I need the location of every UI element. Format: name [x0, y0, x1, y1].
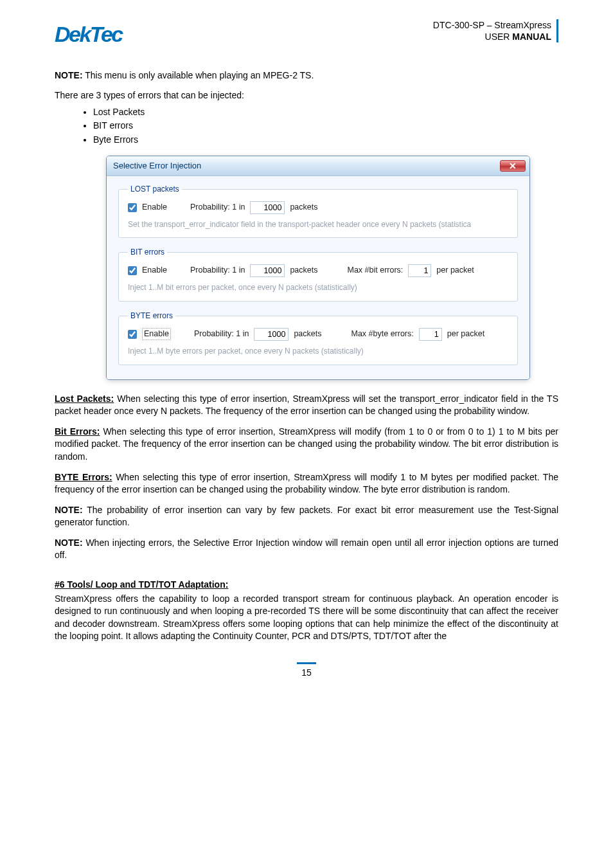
bit-prob-label: Probability: 1 in: [190, 265, 245, 276]
footer-bar: [297, 662, 316, 664]
bit-per: per packet: [436, 265, 474, 276]
selective-error-injection-dialog: Selective Error Injection ✕ LOST packets…: [106, 156, 530, 380]
bit-enable-label: Enable: [142, 265, 167, 276]
byte-desc: Inject 1..M byte errors per packet, once…: [128, 346, 508, 357]
bit-errors-head: Bit Errors:: [55, 426, 100, 437]
header-right: DTC-300-SP – StreamXpress USER MANUAL: [433, 19, 558, 42]
byte-prob-label: Probability: 1 in: [194, 329, 249, 340]
dialog-titlebar: Selective Error Injection ✕: [107, 156, 529, 176]
lost-desc: Set the transport_error_indicator field …: [128, 219, 508, 230]
lost-legend: LOST packets: [128, 184, 182, 195]
lost-unit: packets: [290, 202, 317, 213]
note-2: NOTE: The probability of error insertion…: [55, 504, 558, 529]
note-3-text: When injecting errors, the Selective Err…: [55, 538, 558, 561]
type-item: BIT errors: [93, 120, 558, 132]
byte-prob-input[interactable]: [254, 328, 289, 341]
lost-enable-label: Enable: [142, 202, 167, 213]
bit-errors-group: BIT errors Enable Probability: 1 in pack…: [118, 247, 518, 302]
bit-max-label: Max #bit errors:: [348, 265, 404, 276]
byte-per: per packet: [447, 329, 484, 340]
type-item: Byte Errors: [93, 134, 558, 147]
tools-para: StreamXpress offers the capability to lo…: [55, 593, 558, 643]
logo: DekTec: [55, 19, 122, 50]
close-icon: ✕: [509, 161, 517, 170]
bit-errors-text: When selecting this type of error insert…: [55, 426, 558, 462]
page-header: DekTec DTC-300-SP – StreamXpress USER MA…: [55, 19, 558, 50]
page-number: 15: [301, 667, 312, 678]
dialog-title: Selective Error Injection: [113, 160, 201, 172]
lost-packets-head: Lost Packets:: [55, 393, 114, 404]
bit-prob-input[interactable]: [250, 264, 285, 277]
bit-legend: BIT errors: [128, 247, 167, 258]
dialog-screenshot: Selective Error Injection ✕ LOST packets…: [106, 156, 530, 380]
byte-enable-checkbox[interactable]: [128, 330, 137, 339]
byte-enable-label: Enable: [142, 328, 171, 341]
bit-errors-para: Bit Errors: When selecting this type of …: [55, 426, 558, 464]
close-button[interactable]: ✕: [500, 160, 526, 172]
lost-prob-input[interactable]: [250, 201, 285, 214]
lost-packets-para: Lost Packets: When selecting this type o…: [55, 393, 558, 418]
tools-heading: #6 Tools/ Loop and TDT/TOT Adaptation:: [55, 579, 558, 592]
bit-enable-checkbox[interactable]: [128, 266, 137, 275]
doc-line: USER MANUAL: [485, 32, 551, 42]
note-3-label: NOTE:: [55, 538, 83, 548]
note-3: NOTE: When injecting errors, the Selecti…: [55, 537, 558, 562]
bit-max-input[interactable]: [408, 264, 431, 277]
note-2-text: The probability of error insertion can v…: [55, 505, 558, 528]
byte-legend: BYTE errors: [128, 311, 175, 321]
byte-errors-para: BYTE Errors: When selecting this type of…: [55, 471, 558, 496]
byte-max-input[interactable]: [419, 328, 442, 341]
note-1-text: This menu is only available when playing…: [83, 70, 314, 80]
types-intro: There are 3 types of errors that can be …: [55, 89, 558, 102]
byte-errors-text: When selecting this type of error insert…: [55, 472, 558, 495]
lost-packets-text: When selecting this type of error insert…: [55, 393, 558, 417]
bit-unit: packets: [290, 265, 317, 276]
note-1-label: NOTE:: [55, 70, 83, 80]
byte-errors-head: BYTE Errors:: [55, 472, 112, 482]
note-1: NOTE: This menu is only available when p…: [55, 69, 558, 82]
dialog-body: LOST packets Enable Probability: 1 in pa…: [107, 176, 529, 379]
page-footer: 15: [55, 662, 558, 680]
lost-prob-label: Probability: 1 in: [190, 202, 245, 213]
lost-enable-checkbox[interactable]: [128, 203, 137, 212]
byte-max-label: Max #byte errors:: [351, 329, 414, 340]
byte-unit: packets: [294, 329, 321, 340]
bit-desc: Inject 1..M bit errors per packet, once …: [128, 282, 508, 293]
product-name: DTC-300-SP – StreamXpress: [433, 20, 551, 30]
byte-errors-group: BYTE errors Enable Probability: 1 in pac…: [118, 311, 518, 365]
note-2-label: NOTE:: [55, 505, 83, 515]
types-list: Lost Packets BIT errors Byte Errors: [93, 106, 558, 147]
lost-packets-group: LOST packets Enable Probability: 1 in pa…: [118, 184, 518, 239]
type-item: Lost Packets: [93, 106, 558, 119]
